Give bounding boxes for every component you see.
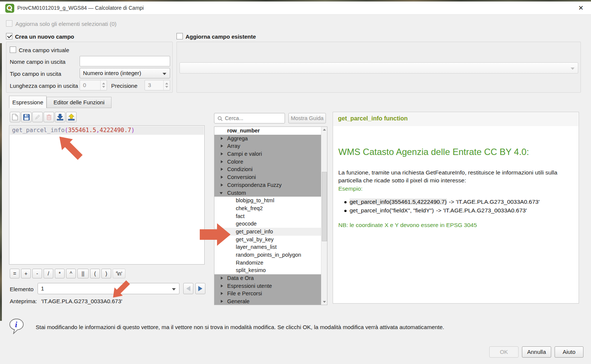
tree-group-conversioni[interactable]: Conversioni	[214, 173, 321, 181]
new-expression-button[interactable]	[10, 112, 20, 122]
op-close-paren-button[interactable]: )	[101, 269, 111, 278]
close-button[interactable]: ✕	[575, 3, 586, 13]
annotation-arrow-preview	[111, 278, 134, 299]
tree-group-corrispondenza-fuzzy[interactable]: Corrispondenza Fuzzy	[214, 181, 321, 189]
element-value: 1	[41, 285, 44, 292]
pencil-icon	[35, 114, 41, 120]
op-newline-button[interactable]: '\n'	[113, 269, 125, 278]
virtual-field-checkbox[interactable]	[10, 47, 16, 53]
tree-item-randomize[interactable]: Randomize	[214, 259, 321, 267]
help-note: NB: le coordinate X e Y devono essere in…	[338, 222, 477, 229]
tree-group-generale[interactable]: Generale	[214, 298, 321, 305]
create-new-field-checkbox[interactable]	[6, 33, 12, 39]
example-result: -> 'IT.AGE.PLA.G273_0033A0.673'	[436, 207, 527, 214]
spinner-buttons[interactable]	[163, 80, 170, 90]
export-expression-button[interactable]	[66, 112, 77, 122]
expression-editor[interactable]: get_parcel_info(355461.5,4222490.7)	[9, 125, 205, 265]
op-minus-button[interactable]: -	[32, 269, 42, 278]
annotation-arrow-function	[198, 221, 231, 248]
help-title: get_parcel_info function	[338, 115, 408, 122]
tree-group-file-e-percorsi[interactable]: File e Percorsi	[214, 290, 321, 298]
help-heading: WMS Catasto Agenzia delle Entrate CC BY …	[338, 147, 529, 157]
chevron-down-icon	[163, 73, 166, 75]
output-name-label: Nome campo in uscita	[10, 59, 65, 65]
tree-item-split-kesimo[interactable]: split_kesimo	[214, 266, 321, 274]
spin-down-icon	[165, 86, 168, 88]
chevron-right-icon	[221, 168, 223, 171]
import-expression-button[interactable]	[55, 112, 65, 122]
tab-editor-funzioni[interactable]: Editor delle Funzioni	[47, 97, 112, 108]
chevron-right-icon	[221, 300, 223, 303]
preview-line: Anteprima: 'IT.AGE.PLA.G273_0033A0.673'	[10, 298, 122, 304]
op-divide-button[interactable]: /	[44, 269, 53, 278]
output-type-combobox[interactable]: Numero intero (integer)	[80, 68, 170, 78]
tree-scrollbar[interactable]	[321, 127, 327, 305]
op-power-button[interactable]: ^	[66, 269, 76, 278]
element-label: Elemento	[10, 286, 33, 292]
op-multiply-button[interactable]: *	[55, 269, 65, 278]
existing-field-combobox	[179, 62, 578, 74]
tree-group-colore[interactable]: Colore	[214, 158, 321, 166]
chevron-right-icon	[221, 292, 223, 295]
scrollbar-thumb[interactable]	[322, 172, 327, 241]
tree-item-row-number[interactable]: row_number	[214, 127, 321, 135]
token-function-name: get_parcel_info	[12, 127, 65, 134]
precision-value: 3	[148, 82, 151, 88]
op-plus-button[interactable]: +	[21, 269, 31, 278]
previous-feature-button	[183, 283, 193, 294]
qgis-logo-icon	[5, 4, 14, 13]
arrow-left-icon	[186, 286, 190, 291]
tree-group-aggrega[interactable]: Aggrega	[214, 135, 321, 143]
tree-group-espressioni-utente[interactable]: Espressioni utente	[214, 282, 321, 290]
op-equals-button[interactable]: =	[10, 269, 20, 278]
function-search[interactable]	[214, 113, 285, 123]
chevron-right-icon	[221, 184, 223, 187]
tab-espressione[interactable]: Espressione	[9, 96, 47, 108]
output-length-spinbox[interactable]: 0	[80, 80, 107, 90]
tree-item-fact[interactable]: fact	[214, 212, 321, 220]
spinner-buttons[interactable]	[100, 80, 107, 90]
editing-mode-message: Stai modificando le informazioni di ques…	[36, 324, 444, 330]
chevron-right-icon	[221, 284, 223, 287]
element-combobox[interactable]: 1	[38, 283, 179, 294]
tree-group-condizioni[interactable]: Condizioni	[214, 165, 321, 173]
scroll-down-icon[interactable]	[321, 299, 327, 305]
show-help-button[interactable]: Mostra Guida	[288, 113, 326, 123]
export-arrow-icon	[68, 114, 75, 120]
output-name-input[interactable]	[80, 56, 170, 66]
output-length-label: Lunghezza campo in uscita	[10, 83, 78, 89]
spin-down-icon	[102, 86, 105, 88]
tree-group-array[interactable]: Array	[214, 142, 321, 150]
tree-group-campi-e-valori[interactable]: Campi e valori	[214, 150, 321, 158]
field-calculator-dialog: ProvCM01012019_g_WGS84 — Calcolatore di …	[0, 0, 591, 364]
only-selected-label: Aggiorna solo gli elementi selezionati (…	[15, 21, 116, 27]
cancel-button[interactable]: Annulla	[522, 346, 551, 358]
chevron-down-icon	[220, 192, 223, 194]
op-open-paren-button[interactable]: (	[90, 269, 100, 278]
tree-item-random-points-in-polygon[interactable]: random_points_in_polygon	[214, 251, 321, 259]
search-input[interactable]	[225, 114, 281, 122]
example-code: get_parcel_info(355461.5,4222490.7)	[350, 199, 447, 205]
chevron-down-icon	[172, 288, 176, 290]
help-button[interactable]: Aiuto	[555, 346, 583, 358]
precision-label: Precisione	[111, 83, 137, 89]
output-type-label: Tipo campo in uscita	[10, 71, 61, 77]
next-feature-button[interactable]	[195, 283, 205, 294]
preview-label: Anteprima:	[10, 298, 37, 304]
scroll-up-icon[interactable]	[321, 127, 327, 133]
token-paren: )	[131, 127, 134, 134]
precision-spinbox[interactable]: 3	[145, 80, 170, 90]
update-existing-field-checkbox[interactable]	[176, 33, 183, 39]
delete-expression-button	[44, 112, 54, 122]
token-paren: (	[65, 127, 68, 134]
chevron-right-icon	[221, 137, 223, 140]
chevron-right-icon	[221, 152, 223, 155]
tree-group-data-e-ora[interactable]: Data e Ora	[214, 274, 321, 282]
save-expression-button[interactable]	[21, 112, 32, 122]
op-concat-button[interactable]: ||	[77, 269, 89, 278]
tree-item-chek-freq2[interactable]: chek_freq2	[214, 205, 321, 212]
map-background-strip-left	[0, 43, 2, 321]
tree-group-custom[interactable]: Custom	[214, 189, 321, 197]
tree-item-blobjpg-to-html[interactable]: blobjpg_to_html	[214, 197, 321, 205]
new-file-icon	[12, 114, 18, 120]
